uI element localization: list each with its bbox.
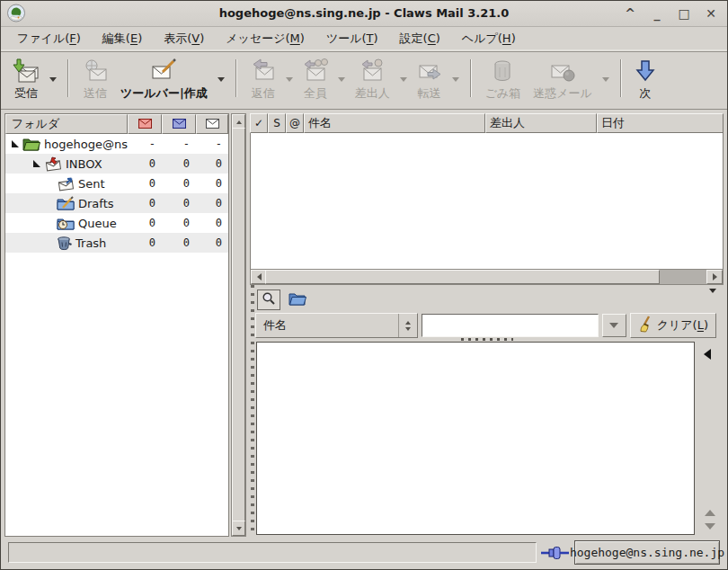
reply-sender-button[interactable]: 差出人 [349,56,396,103]
unread-column-header[interactable] [162,114,196,134]
message-list[interactable] [250,133,724,269]
receive-icon [13,58,40,85]
message-list-pane: ✓ S @ 件名 差出人 日付 [250,113,724,537]
reply-all-button[interactable]: 全員 [297,56,334,103]
menu-view[interactable]: 表示(V) [153,27,215,50]
message-list-header: ✓ S @ 件名 差出人 日付 [250,113,724,133]
forward-dropdown[interactable] [448,77,463,82]
expander-icon[interactable] [11,139,20,148]
status-message-box [8,542,537,563]
date-column-header[interactable]: 日付 [597,113,724,133]
collapse-left-icon[interactable] [704,349,711,360]
unread-count: 0 [162,157,196,170]
open-folder-icon[interactable] [289,291,306,308]
main-area: フォルダ [4,113,724,537]
total-count: 0 [196,177,228,190]
mark-column-header[interactable]: ✓ [250,113,268,133]
folder-label: Drafts [78,197,114,210]
folder-row-queue[interactable]: Queue 0 0 0 [5,213,228,233]
status-column-header[interactable]: S [268,113,286,133]
scrollbar-thumb[interactable] [232,128,245,522]
unread-count: 0 [162,217,196,229]
search-type-value: 件名 [256,317,398,334]
scroll-right-button[interactable] [706,270,723,284]
scroll-up-icon[interactable] [705,510,715,516]
menu-configuration[interactable]: 設定(C) [389,27,451,50]
scrollbar-thumb[interactable] [265,270,660,284]
folder-row-sent[interactable]: Sent 0 0 0 [5,174,228,193]
total-column-header[interactable] [196,114,228,134]
folder-pane: フォルダ [4,113,229,537]
close-button[interactable]: ✕ [704,6,718,21]
menu-message[interactable]: メッセージ(M) [215,27,315,50]
folder-row-trash[interactable]: Trash 0 0 0 [5,233,228,253]
quicksearch-toggle-button[interactable] [257,289,280,310]
compose-button[interactable]: ツールバー|作成 [114,56,214,103]
reply-dropdown[interactable] [282,77,297,82]
compose-icon [150,58,177,85]
receive-button[interactable]: 受信 [6,56,46,103]
subject-column-header[interactable]: 件名 [304,113,485,133]
new-column-header[interactable] [128,114,162,134]
message-view [256,342,695,535]
reply-sender-dropdown[interactable] [396,77,411,82]
new-mail-icon [138,118,152,131]
claws-mail-logo-icon[interactable] [6,4,26,23]
spam-dropdown[interactable] [599,77,613,82]
attachment-column-header[interactable]: @ [286,113,304,133]
quicksearch-panel: 件名 クリア(L) [254,285,724,337]
scroll-down-button[interactable] [232,521,245,536]
clear-search-button[interactable]: クリア(L) [630,313,716,338]
compose-dropdown[interactable] [214,77,228,82]
menu-file[interactable]: ファイル(F) [6,27,92,50]
unread-count: 0 [162,197,196,209]
total-count: 0 [196,217,228,229]
forward-icon [417,58,442,85]
trash-button[interactable]: ごみ箱 [479,56,528,103]
sent-icon [57,176,75,191]
next-button[interactable]: 次 [629,56,661,103]
shade-button[interactable]: ^ [623,6,637,21]
scroll-down-icon[interactable] [705,523,715,530]
statusbar: hogehoge@ns.sing.ne.jp [1,537,727,569]
folder-row-inbox[interactable]: INBOX 0 0 0 [5,154,228,174]
send-button[interactable]: 送信 [76,56,114,103]
toolbar-separator [235,59,237,97]
total-count: 0 [196,197,228,209]
next-icon [635,58,655,85]
menu-help[interactable]: ヘルプ(H) [451,27,527,50]
folder-scrollbar[interactable] [231,113,246,537]
search-input[interactable] [422,314,599,337]
send-icon [83,58,108,85]
reply-button[interactable]: 返信 [244,56,282,103]
toolbar-separator [620,59,622,97]
search-type-combo[interactable]: 件名 [255,313,418,338]
maximize-button[interactable]: □ [677,6,691,21]
forward-button[interactable]: 転送 [411,56,448,103]
search-history-dropdown[interactable] [602,314,626,337]
queue-icon [57,216,75,230]
receive-dropdown[interactable] [46,77,60,82]
online-plug-icon[interactable] [540,544,571,562]
folder-rows: hogehoge@ns - - - INBOX 0 0 [5,134,228,253]
minimize-button[interactable]: _ [650,6,664,21]
spam-button[interactable]: 迷惑メール [527,56,599,103]
folder-row-drafts[interactable]: Drafts 0 0 0 [5,193,228,213]
folder-column-header[interactable]: フォルダ [5,114,128,134]
from-column-header[interactable]: 差出人 [485,113,597,133]
current-account-button[interactable]: hogehoge@ns.sing.ne.jp [574,540,720,565]
toolbar-separator [470,59,472,97]
expander-icon[interactable] [32,159,41,168]
menu-edit[interactable]: 編集(E) [92,27,153,50]
reply-all-icon [303,58,328,85]
mime-icon-pane [697,342,724,535]
menu-tools[interactable]: ツール(T) [315,27,389,50]
unread-count: 0 [162,177,196,190]
message-list-hscrollbar[interactable] [250,269,724,285]
magnifier-icon [262,291,276,308]
folder-row-account[interactable]: hogehoge@ns - - - [5,134,228,154]
drafts-icon [57,196,75,210]
reply-all-dropdown[interactable] [334,77,349,82]
reply-icon [251,58,276,85]
quicksearch-collapse-arrow[interactable] [709,293,716,307]
